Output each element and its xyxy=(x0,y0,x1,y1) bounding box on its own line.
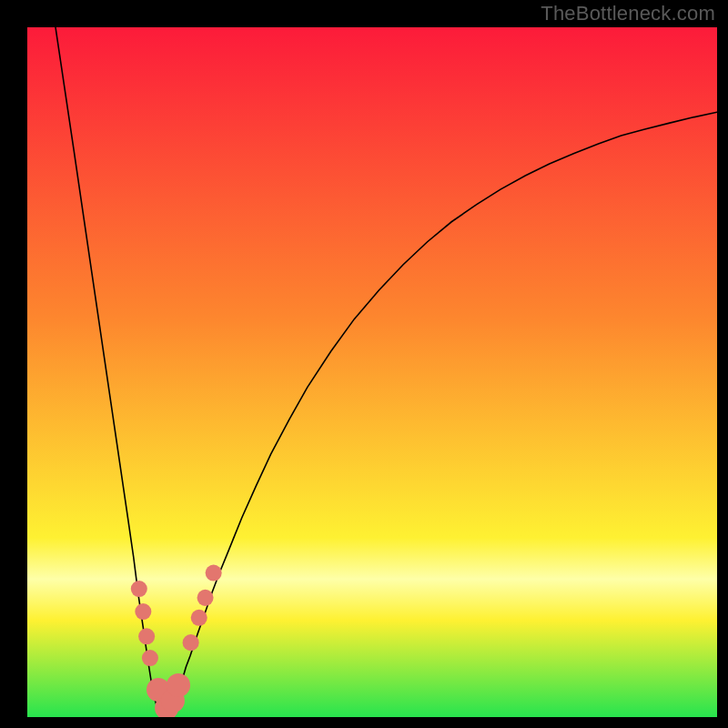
app-frame: TheBottleneck.com xyxy=(0,0,728,728)
data-marker xyxy=(135,603,151,620)
data-marker xyxy=(206,565,222,581)
gradient-background xyxy=(27,27,717,717)
data-marker xyxy=(197,590,214,606)
data-marker xyxy=(138,628,155,644)
data-marker xyxy=(183,634,199,651)
data-marker xyxy=(191,610,207,626)
data-marker xyxy=(167,673,190,697)
data-marker xyxy=(131,581,147,597)
bottleneck-plot xyxy=(0,0,728,728)
data-marker xyxy=(142,650,158,666)
